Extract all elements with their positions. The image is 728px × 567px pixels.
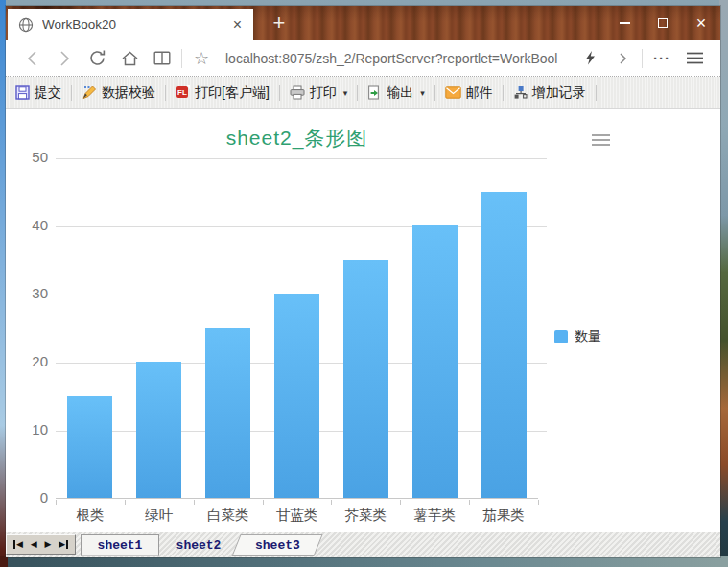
tab-close-icon[interactable]: × [233,17,242,33]
close-button[interactable]: × [682,6,720,40]
dropdown-arrow-icon: ▾ [343,88,348,98]
data-validate-button[interactable]: 数据校验 [74,81,163,106]
divider [642,49,643,68]
export-button[interactable]: 输出 ▾ [360,81,433,106]
data-validate-label: 数据校验 [102,84,155,102]
desktop-wallpaper-bottom-edge [0,556,728,567]
mail-button[interactable]: 邮件 [437,81,501,106]
print-label: 打印 [310,84,337,102]
last-sheet-button[interactable]: ▶ [59,540,68,549]
bar-甘蓝类[interactable] [274,294,319,498]
y-tick-label: 20 [8,353,48,369]
legend-swatch [554,330,568,343]
forward-button[interactable] [48,44,81,73]
desktop-wallpaper-right-edge [719,0,728,567]
divider [434,85,435,101]
bar-薯芋类[interactable] [412,225,458,498]
flash-indicator-icon[interactable] [574,44,606,73]
sheet1-label: sheet1 [98,538,143,553]
minimize-icon [620,22,630,24]
divider [503,85,504,101]
x-tick-label: 薯芋类 [400,507,469,525]
bar-茄果类[interactable] [481,192,527,499]
reading-list-icon[interactable] [146,44,178,73]
x-axis-tick [538,500,539,505]
divider [181,49,182,68]
home-button[interactable] [113,44,146,73]
x-axis-tick [194,500,195,505]
tab-title: WorkBook20 [42,17,233,32]
more-actions-button[interactable]: ··· [646,44,678,73]
x-axis-tick [263,500,264,505]
y-tick-label: 50 [8,149,48,165]
maximize-icon [658,18,668,28]
screen: WorkBook20 × + × [0,0,728,567]
x-axis-tick [331,500,332,505]
sheet2-label: sheet2 [176,538,222,553]
svg-text:FL: FL [177,88,187,97]
print-button[interactable]: 打印 ▾ [282,81,356,106]
export-label: 输出 [387,84,413,102]
maximize-button[interactable] [644,6,682,40]
divider [279,85,280,101]
printer-icon [290,85,305,100]
floppy-icon [15,85,30,100]
chart-legend[interactable]: 数量 [554,328,601,345]
first-sheet-button[interactable]: ◀ [13,540,23,549]
x-axis-tick [56,500,57,505]
next-sheet-button[interactable]: ▶ [44,540,51,549]
favorites-star-icon[interactable]: ☆ [185,44,218,73]
sheet-nav-buttons: ◀ ◀ ▶ ▶ [6,534,76,555]
report-toolbar: 提交 数据校验 FL [6,77,720,109]
bar-绿叶[interactable] [136,362,181,498]
flash-print-icon: FL [176,85,190,100]
bar-根类[interactable] [67,396,112,499]
y-tick-label: 40 [8,217,48,233]
sheet-tab-sheet1[interactable]: sheet1 [81,534,159,556]
browser-window: WorkBook20 × + × [6,6,720,557]
menu-button[interactable] [678,44,711,73]
print-client-button[interactable]: FL 打印[客户端] [168,81,277,106]
new-tab-button[interactable]: + [267,11,292,35]
url-field[interactable]: localhost:8075/zsh_2/ReportServer?report… [225,51,574,66]
y-tick-label: 0 [8,489,48,506]
sheet-tab-sheet2[interactable]: sheet2 [163,534,234,556]
legend-label: 数量 [575,328,601,345]
refresh-button[interactable] [81,44,113,73]
x-tick-label: 芥菜类 [331,507,400,525]
divider [357,85,358,101]
prev-sheet-button[interactable]: ◀ [31,540,37,549]
plot-area [56,158,538,499]
chart-export-menu-icon[interactable] [592,134,610,149]
chart-title: sheet2_条形图 [56,125,538,152]
submit-label: 提交 [35,84,61,102]
mail-icon [445,86,461,99]
divider [71,85,72,101]
y-tick-label: 30 [8,285,48,301]
x-tick-label: 绿叶 [125,507,194,525]
sheet3-label: sheet3 [255,538,300,553]
x-axis-tick [400,500,401,505]
pencil-icon [82,85,97,100]
back-button[interactable] [15,44,48,73]
y-tick-label: 10 [8,421,48,437]
window-controls: × [605,6,720,40]
submit-button[interactable]: 提交 [8,81,69,106]
chevron-right-icon[interactable] [606,44,639,73]
add-record-label: 增加记录 [532,84,586,102]
minimize-button[interactable] [605,6,644,40]
browser-titlebar: WorkBook20 × + × [6,6,720,40]
bar-芥菜类[interactable] [343,260,388,499]
x-tick-label: 白菜类 [194,507,263,525]
export-icon [367,85,382,100]
bar-白菜类[interactable] [205,328,250,499]
divider [596,85,597,101]
add-record-button[interactable]: 增加记录 [505,81,594,106]
sheet-tab-bar: ◀ ◀ ▶ ▶ sheet1 sheet2 sheet3 [6,532,720,557]
browser-tab-workbook20[interactable]: WorkBook20 × [8,9,253,40]
globe-icon [18,17,34,33]
x-tick-label: 甘蓝类 [263,507,332,525]
dropdown-arrow-icon: ▾ [420,88,425,98]
sheet-tab-sheet3[interactable]: sheet3 [231,534,322,556]
x-tick-label: 根类 [56,507,125,525]
